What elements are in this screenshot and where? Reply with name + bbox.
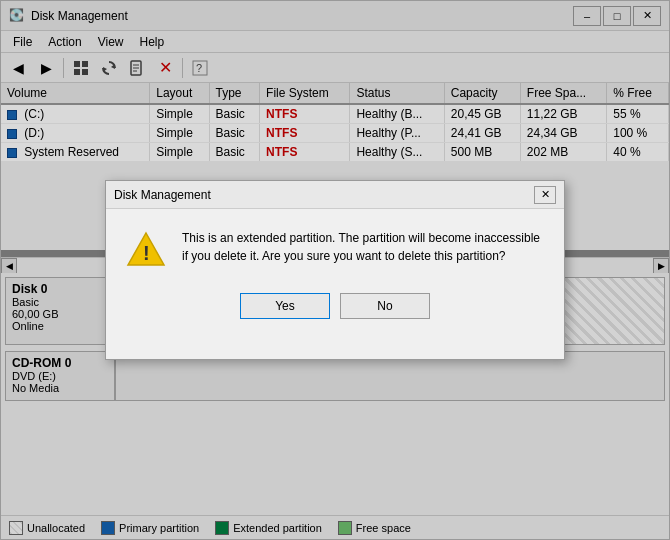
modal-overlay: Disk Management ✕ ! This is an extended … xyxy=(1,1,669,539)
modal-close-button[interactable]: ✕ xyxy=(534,186,556,204)
svg-text:!: ! xyxy=(143,242,150,264)
main-window: 💽 Disk Management – □ ✕ File Action View… xyxy=(0,0,670,540)
modal-buttons: Yes No xyxy=(106,285,564,335)
modal-body: ! This is an extended partition. The par… xyxy=(106,209,564,285)
modal-title: Disk Management xyxy=(114,188,534,202)
modal-yes-button[interactable]: Yes xyxy=(240,293,330,319)
modal-dialog: Disk Management ✕ ! This is an extended … xyxy=(105,180,565,360)
modal-message: This is an extended partition. The parti… xyxy=(182,229,544,265)
modal-title-bar: Disk Management ✕ xyxy=(106,181,564,209)
warning-icon: ! xyxy=(126,229,166,269)
warning-triangle-svg: ! xyxy=(126,229,166,269)
modal-no-button[interactable]: No xyxy=(340,293,430,319)
